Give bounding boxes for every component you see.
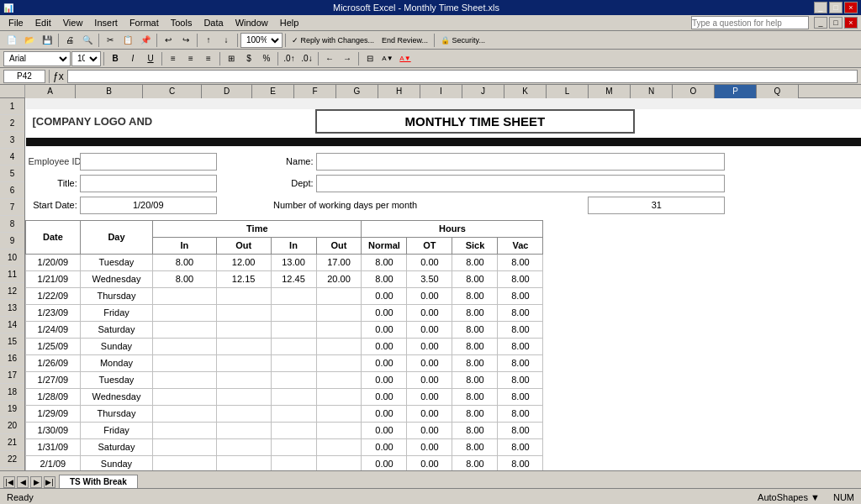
column-headers: A B C D E F G H I J K L M N O P Q — [0, 85, 861, 98]
col-header-i[interactable]: I — [420, 85, 462, 98]
col-header-b[interactable]: B — [76, 85, 143, 98]
ts-data-row: 1/22/09 Thursday 0.00 0.00 8.00 8.00 — [26, 287, 862, 304]
col-header-c[interactable]: C — [143, 85, 202, 98]
row-num-header — [0, 85, 25, 97]
align-center-button[interactable]: ≡ — [182, 51, 199, 66]
decrease-decimal-button[interactable]: .0↓ — [298, 51, 315, 66]
underline-button[interactable]: U — [142, 51, 159, 66]
cut-button[interactable]: ✂ — [102, 33, 119, 48]
indent-decrease-button[interactable]: ← — [321, 51, 338, 66]
ts-data-row: 1/20/09 Tuesday 8.00 12.00 13.00 17.00 8… — [26, 254, 862, 270]
name-input[interactable] — [316, 153, 725, 170]
ts-ot-header: OT — [407, 237, 452, 254]
minimize-button[interactable]: _ — [814, 2, 827, 13]
maximize-button[interactable]: □ — [829, 2, 843, 13]
col-header-d[interactable]: D — [202, 85, 252, 98]
bold-button[interactable]: B — [107, 51, 124, 66]
print-button[interactable]: 🖨 — [61, 33, 78, 48]
dept-input[interactable] — [316, 175, 725, 192]
save-button[interactable]: 💾 — [39, 33, 55, 48]
menu-help[interactable]: Help — [275, 16, 304, 29]
open-button[interactable]: 📂 — [21, 33, 38, 48]
security-button[interactable]: 🔒 Security... — [437, 33, 489, 48]
row-4-blackbar — [26, 138, 862, 146]
zoom-combo[interactable]: 100% 75% 50% — [240, 33, 283, 48]
formula-bar: ƒx — [0, 68, 861, 85]
increase-decimal-button[interactable]: .0↑ — [281, 51, 298, 66]
app-close[interactable]: × — [844, 17, 858, 29]
new-button[interactable]: 📄 — [3, 33, 20, 48]
app-minimize[interactable]: _ — [814, 17, 827, 29]
col-header-f[interactable]: F — [294, 85, 336, 98]
help-search[interactable] — [691, 16, 809, 29]
align-left-button[interactable]: ≡ — [165, 51, 182, 66]
sort-asc-button[interactable]: ↑ — [200, 33, 217, 48]
menu-data[interactable]: Data — [198, 16, 228, 29]
percent-button[interactable]: % — [258, 51, 275, 66]
sort-desc-button[interactable]: ↓ — [218, 33, 235, 48]
title-input[interactable] — [80, 175, 216, 192]
app-restore[interactable]: □ — [829, 17, 843, 29]
ts-normal-header: Normal — [362, 237, 407, 254]
status-bar: Ready AutoShapes ▼ NUM — [0, 488, 861, 504]
cell-reference-input[interactable] — [3, 70, 45, 83]
undo-button[interactable]: ↩ — [160, 33, 177, 48]
track-changes-button[interactable]: ✓ Reply with Changes... — [288, 33, 378, 48]
tab-first-button[interactable]: |◀ — [3, 476, 15, 488]
row-numbers: 1234567891011121314151617181920212223242… — [0, 98, 25, 470]
redo-button[interactable]: ↪ — [177, 33, 194, 48]
tab-last-button[interactable]: ▶| — [44, 476, 55, 488]
menu-insert[interactable]: Insert — [89, 16, 123, 29]
sheet-tab-ts-with-break[interactable]: TS With Break — [59, 475, 138, 488]
ts-data-row: 1/25/09 Sunday 0.00 0.00 8.00 8.00 — [26, 338, 862, 354]
col-header-g[interactable]: G — [336, 85, 378, 98]
col-header-o[interactable]: O — [673, 85, 715, 98]
preview-button[interactable]: 🔍 — [79, 33, 96, 48]
col-header-n[interactable]: N — [631, 85, 673, 98]
menu-view[interactable]: View — [58, 16, 88, 29]
font-color-button[interactable]: A▼ — [397, 51, 414, 66]
col-header-a[interactable]: A — [25, 85, 76, 98]
end-review-button[interactable]: End Review... — [378, 33, 431, 48]
col-header-q[interactable]: Q — [757, 85, 799, 98]
col-header-e[interactable]: E — [252, 85, 294, 98]
col-header-h[interactable]: H — [378, 85, 420, 98]
grid-content[interactable]: [COMPANY LOGO AND NAME] MONTHLY TIME SHE… — [25, 98, 861, 470]
col-header-m[interactable]: M — [589, 85, 631, 98]
start-date-label: Start Date: — [26, 197, 81, 213]
function-wizard-button[interactable]: ƒx — [53, 71, 64, 82]
merge-button[interactable]: ⊞ — [223, 51, 240, 66]
col-header-k[interactable]: K — [504, 85, 547, 98]
indent-increase-button[interactable]: → — [339, 51, 356, 66]
employee-id-input[interactable] — [80, 153, 216, 170]
start-date-input[interactable]: 1/20/09 — [80, 197, 216, 213]
currency-button[interactable]: $ — [240, 51, 257, 66]
menu-format[interactable]: Format — [124, 16, 164, 29]
align-right-button[interactable]: ≡ — [200, 51, 217, 66]
font-name-combo[interactable]: Arial — [3, 51, 71, 66]
row-12-ts-header1: Date Day Time Hours — [26, 220, 862, 237]
menu-file[interactable]: File — [3, 16, 29, 29]
fill-color-button[interactable]: A▼ — [379, 51, 396, 66]
bottom-bar: |◀ ◀ ▶ ▶| TS With Break Ready AutoShapes… — [0, 470, 861, 504]
col-header-j[interactable]: J — [462, 85, 504, 98]
menu-tools[interactable]: Tools — [166, 16, 198, 29]
menu-edit[interactable]: Edit — [30, 16, 56, 29]
col-header-p[interactable]: P — [715, 85, 757, 98]
tab-next-button[interactable]: ▶ — [30, 476, 42, 488]
toolbar-standard: 📄 📂 💾 🖨 🔍 ✂ 📋 📌 ↩ ↪ ↑ ↓ 100% 75% 50% ✓ R… — [0, 31, 861, 50]
formula-input[interactable] — [67, 70, 858, 83]
copy-button[interactable]: 📋 — [119, 33, 136, 48]
paste-button[interactable]: 📌 — [137, 33, 154, 48]
tab-prev-button[interactable]: ◀ — [17, 476, 29, 488]
dept-label: Dept: — [271, 175, 316, 192]
title-label: Title: — [26, 175, 81, 192]
col-header-l[interactable]: L — [547, 85, 589, 98]
menu-window[interactable]: Window — [230, 16, 273, 29]
working-days-input[interactable]: 31 — [589, 197, 725, 213]
close-button[interactable]: × — [844, 2, 858, 13]
ts-sick-header: Sick — [452, 237, 498, 254]
italic-button[interactable]: I — [124, 51, 141, 66]
font-size-combo[interactable]: 10 — [71, 51, 101, 66]
border-button[interactable]: ⊟ — [362, 51, 378, 66]
